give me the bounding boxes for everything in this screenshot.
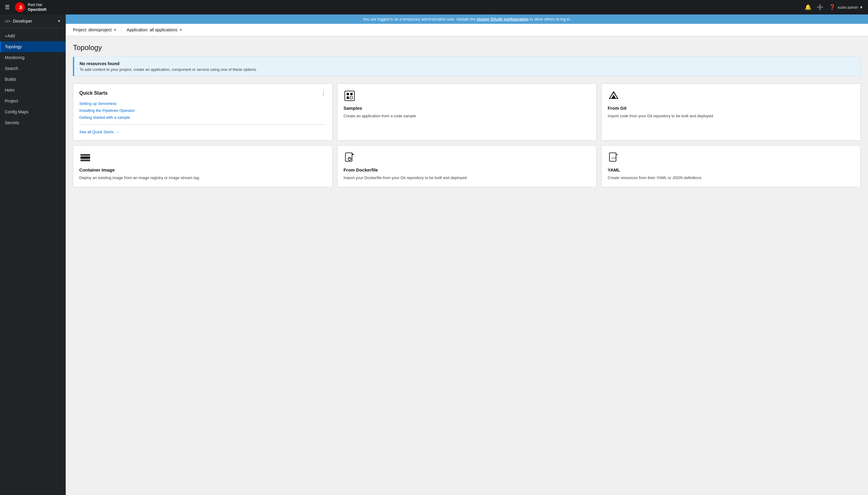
git-svg-icon (608, 90, 619, 101)
sidebar-item-configmaps[interactable]: Config Maps (0, 106, 66, 117)
container-svg-icon (80, 152, 91, 163)
oauth-config-link[interactable]: cluster OAuth configuration (476, 17, 528, 21)
container-image-card[interactable]: Container Image Deploy an existing image… (73, 145, 332, 187)
sidebar: </> Developer ▼ +Add Topology Monitoring… (0, 15, 66, 495)
see-all-quickstarts-link[interactable]: See all Quick Starts → (79, 130, 326, 134)
svg-text:</>: </> (611, 157, 616, 159)
svg-rect-2 (347, 93, 349, 95)
quickstarts-card-header: Quick Starts ⋮ (79, 90, 326, 97)
samples-icon: >_ (344, 90, 355, 102)
sidebar-item-helm-label: Helm (0, 85, 66, 96)
sidebar-item-search[interactable]: Search (0, 63, 66, 74)
sidebar-item-builds[interactable]: Builds (0, 74, 66, 85)
container-image-card-title: Container Image (79, 167, 326, 172)
yaml-card-desc: Create resources from their YAML or JSON… (608, 175, 854, 181)
sidebar-item-secrets[interactable]: Secrets (0, 117, 66, 128)
svg-rect-12 (81, 159, 90, 161)
svg-text:>_: >_ (348, 96, 352, 100)
project-chevron-icon: ▼ (113, 28, 117, 32)
yaml-card-title: YAML (608, 167, 854, 172)
sidebar-item-monitoring-label: Monitoring (0, 52, 66, 63)
from-dockerfile-card-title: From Dockerfile (344, 167, 590, 172)
samples-card-title: Samples (344, 105, 590, 110)
logo[interactable]: Red Hat OpenShift (15, 2, 47, 13)
no-resources-alert: No resources found To add content to you… (73, 57, 861, 76)
sidebar-item-builds-label: Builds (0, 74, 66, 85)
sidebar-item-topology[interactable]: Topology (0, 41, 66, 52)
perspective-switcher[interactable]: </> Developer ▼ (0, 15, 66, 28)
from-dockerfile-card-desc: Import your Dockerfile from your Git rep… (344, 175, 590, 181)
alert-title: No resources found (80, 61, 855, 66)
yaml-svg-icon: </> (608, 152, 619, 163)
sidebar-item-helm[interactable]: Helm (0, 85, 66, 96)
top-navigation: ☰ Red Hat OpenShift 🔔 ➕ ❓ kube:admin ▼ (0, 0, 868, 15)
notifications-icon[interactable]: 🔔 (805, 4, 811, 11)
code-icon: </> (5, 19, 11, 23)
dockerfile-icon (344, 152, 355, 164)
logo-text: Red Hat OpenShift (28, 2, 47, 12)
redhat-logo-icon (15, 2, 25, 13)
sidebar-item-add-label: +Add (0, 31, 66, 41)
container-icon (79, 152, 91, 164)
user-name: kube:admin (838, 5, 858, 10)
hamburger-menu[interactable]: ☰ (5, 4, 10, 11)
samples-card[interactable]: >_ Samples Create an application from a … (337, 84, 597, 140)
sidebar-item-project[interactable]: Project (0, 96, 66, 106)
yaml-card[interactable]: </> YAML Create resources from their YAM… (601, 145, 861, 187)
from-git-card-title: From Git (608, 105, 854, 110)
svg-point-14 (348, 157, 351, 160)
from-git-card[interactable]: From Git Import code from your Git repos… (601, 84, 861, 140)
sidebar-item-monitoring[interactable]: Monitoring (0, 52, 66, 63)
sidebar-item-configmaps-label: Config Maps (0, 106, 66, 117)
see-all-label: See all Quick Starts (79, 130, 114, 134)
cards-grid: Quick Starts ⋮ Setting up Serverless Ins… (73, 84, 861, 187)
user-chevron-icon: ▼ (859, 5, 863, 10)
dockerfile-svg-icon (344, 152, 355, 163)
main-layout: </> Developer ▼ +Add Topology Monitoring… (0, 15, 868, 495)
sidebar-item-project-label: Project (0, 96, 66, 106)
sidebar-navigation: +Add Topology Monitoring Search Builds H… (0, 28, 66, 131)
content-toolbar: Project: demoproject ▼ Application: all … (66, 24, 868, 36)
project-selector[interactable]: Project: demoproject ▼ (73, 28, 117, 32)
toolbar-separator (121, 27, 122, 33)
svg-rect-10 (81, 156, 90, 159)
samples-card-desc: Create an application from a code sample (344, 113, 590, 119)
quickstarts-card: Quick Starts ⋮ Setting up Serverless Ins… (73, 84, 332, 140)
banner-text-after: to allow others to log in. (528, 17, 571, 21)
quickstart-link-serverless[interactable]: Setting up Serverless (79, 101, 326, 106)
git-icon (608, 90, 620, 102)
svg-rect-3 (350, 93, 353, 95)
add-icon[interactable]: ➕ (817, 4, 823, 11)
container-image-card-desc: Deploy an existing image from an image r… (79, 175, 326, 181)
app-label: Application: all applications (126, 28, 177, 32)
quickstarts-divider (79, 124, 326, 125)
page-content: Topology No resources found To add conte… (66, 36, 868, 495)
page-title: Topology (73, 44, 861, 52)
content-area: You are logged in as a temporary adminis… (66, 15, 868, 495)
alert-body: To add content to your project, create a… (80, 67, 855, 72)
sidebar-item-add[interactable]: +Add (0, 31, 66, 41)
login-banner: You are logged in as a temporary adminis… (66, 15, 868, 24)
svg-rect-11 (81, 154, 90, 156)
arrow-right-icon: → (116, 130, 119, 134)
quickstarts-menu-button[interactable]: ⋮ (321, 90, 326, 97)
quickstart-link-pipelines[interactable]: Installing the Pipelines Operator (79, 108, 326, 113)
sidebar-item-secrets-label: Secrets (0, 117, 66, 128)
from-dockerfile-card[interactable]: From Dockerfile Import your Dockerfile f… (337, 145, 597, 187)
application-selector[interactable]: Application: all applications ▼ (126, 28, 183, 32)
banner-text: You are logged in as a temporary adminis… (363, 17, 476, 21)
yaml-icon: </> (608, 152, 620, 164)
nav-icons: 🔔 ➕ ❓ (805, 4, 835, 11)
perspective-label: Developer (13, 19, 57, 23)
app-chevron-icon: ▼ (179, 28, 183, 32)
quickstart-link-sample[interactable]: Getting started with a sample (79, 115, 326, 120)
quickstarts-card-title: Quick Starts (79, 90, 108, 96)
help-icon[interactable]: ❓ (829, 4, 835, 11)
perspective-chevron-icon: ▼ (57, 19, 61, 23)
sidebar-item-topology-label: Topology (0, 41, 66, 52)
samples-svg-icon: >_ (344, 90, 355, 101)
sidebar-item-search-label: Search (0, 63, 66, 74)
from-git-card-desc: Import code from your Git repository to … (608, 113, 854, 119)
project-label: Project: demoproject (73, 28, 111, 32)
user-menu[interactable]: kube:admin ▼ (838, 5, 863, 10)
